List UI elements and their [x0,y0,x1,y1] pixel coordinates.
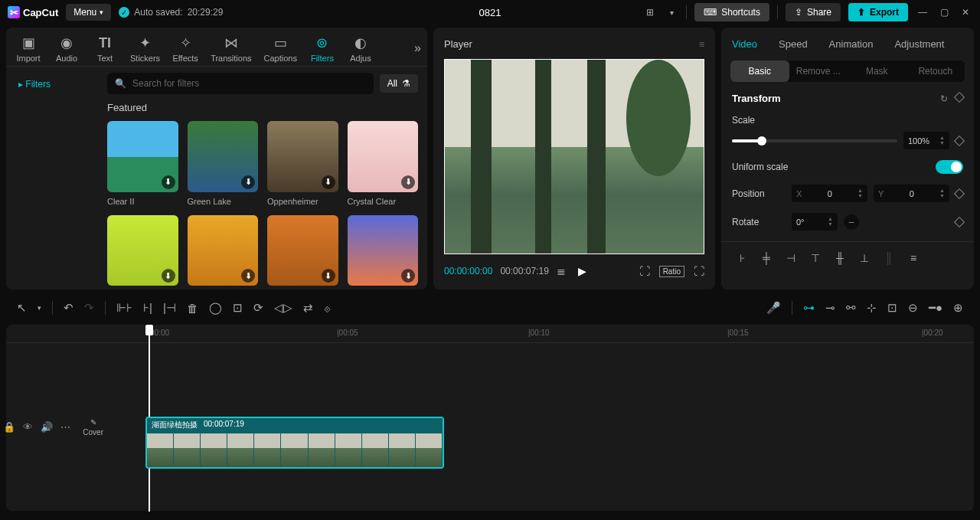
download-icon[interactable]: ⬇ [401,175,415,189]
filter-item[interactable]: ⬇ [188,215,259,286]
lock-icon[interactable]: 🔒 [3,421,15,433]
zoom-out-icon[interactable]: ⊖ [908,301,918,315]
align-center-v-icon[interactable]: ╫ [830,248,850,268]
stepper-icon[interactable]: ▲▼ [939,136,945,146]
download-icon[interactable]: ⬇ [241,269,255,283]
trim-right-tool[interactable]: |⊣ [163,301,176,315]
align-right-icon[interactable]: ⊣ [781,248,801,268]
timeline-tracks[interactable]: 湖面绿植拍摄 00:00:07:19 [109,343,974,511]
mark-tool[interactable]: ◯ [209,301,222,315]
align-bottom-icon[interactable]: ⊥ [854,248,874,268]
timeline-ruler[interactable]: 00:00 |00:05 |00:10 |00:15 |00:20 [6,325,974,343]
volume-icon[interactable]: 🔊 [41,421,53,433]
pos-y-input[interactable]: Y 0 ▲▼ [874,185,949,202]
filter-item[interactable]: ⬇ Crystal Clear [348,121,419,206]
tab-filters[interactable]: ⊚Filters [303,32,341,66]
layout-icon[interactable]: ⊞ [643,5,657,19]
tab-adjustment[interactable]: ◐Adjus [341,32,380,66]
rotate-input[interactable]: 0° ▲▼ [792,213,838,231]
mic-icon[interactable]: 🎤 [766,301,781,315]
subtab-remove[interactable]: Remove ... [789,61,848,82]
ratio-button[interactable]: Ratio [659,266,684,277]
trim-left-tool[interactable]: ⊦| [143,301,152,315]
tab-video[interactable]: Video [721,28,768,61]
tab-stickers[interactable]: ✦Stickers [124,32,166,66]
undo-button[interactable]: ↶ [64,301,74,315]
video-clip[interactable]: 湖面绿植拍摄 00:00:07:19 [145,417,444,469]
filters-category[interactable]: ▸ Filters [12,74,92,94]
all-filter-button[interactable]: All ⚗ [380,74,418,93]
scale-value-input[interactable]: 100% ▲▼ [903,132,949,149]
keyframe-icon[interactable] [954,188,965,198]
subtab-retouch[interactable]: Retouch [906,61,965,82]
filter-item[interactable]: ⬇ Oppenheimer [267,121,338,206]
keyframe-icon[interactable] [954,91,965,102]
tab-transitions[interactable]: ⋈Transitions [204,32,257,66]
mirror-tool[interactable]: ◁▷ [274,301,292,315]
shortcuts-button[interactable]: ⌨ Shortcuts [694,3,769,21]
player-canvas[interactable] [444,59,704,254]
scale-slider[interactable] [732,139,897,142]
download-icon[interactable]: ⬇ [162,269,175,283]
search-input[interactable]: 🔍 Search for filters [107,73,374,94]
export-button[interactable]: ⬆ Export [848,3,908,21]
zoom-slider[interactable]: ━● [929,301,942,315]
tab-animation[interactable]: Animation [818,28,884,61]
minimize-button[interactable]: — [916,5,929,19]
preview-icon[interactable]: ⊡ [887,301,897,315]
download-icon[interactable]: ⬇ [401,269,415,283]
download-icon[interactable]: ⬇ [241,175,255,189]
download-icon[interactable]: ⬇ [162,175,175,189]
filter-item[interactable]: ⬇ Clear II [107,121,178,206]
menu-button[interactable]: Menu ▾ [66,4,111,21]
filter-item[interactable]: ⬇ [267,215,338,286]
filter-item[interactable]: ⬇ [107,215,178,286]
filter-item[interactable]: ⬇ Green Lake [188,121,259,206]
tab-speed[interactable]: Speed [768,28,818,61]
uniform-scale-toggle[interactable] [936,160,963,174]
align-top-icon[interactable]: ⊤ [805,248,825,268]
tab-effects[interactable]: ✧Effects [166,32,204,66]
chevron-down-icon[interactable]: ▾ [665,5,678,19]
swap-tool[interactable]: ⇄ [303,301,313,315]
crop-tool[interactable]: ⟐ [324,302,331,315]
link-toggle[interactable]: ⊸ [825,301,835,315]
stepper-icon[interactable]: ▲▼ [939,188,945,198]
ripple-icon[interactable]: ⊹ [867,301,877,315]
tab-audio[interactable]: ◉Audio [47,32,86,66]
play-button[interactable]: ▶ [578,265,586,277]
keyframe-icon[interactable] [954,216,965,227]
tab-captions[interactable]: ▭Captions [258,32,303,66]
eye-icon[interactable]: 👁 [23,421,33,433]
align-center-h-icon[interactable]: ╪ [756,248,776,268]
download-icon[interactable]: ⬇ [322,175,335,189]
more-tabs-button[interactable]: » [414,41,421,55]
more-icon[interactable]: ≡ [903,248,923,268]
chain-icon[interactable]: ⚯ [846,301,856,315]
snap-toggle[interactable]: ⊶ [803,301,815,315]
maximize-button[interactable]: ▢ [937,5,951,19]
delete-tool[interactable]: 🗑 [187,302,198,315]
chevron-down-icon[interactable]: ▾ [38,304,41,312]
zoom-in-icon[interactable]: ⊕ [953,301,963,315]
close-button[interactable]: ✕ [959,5,972,19]
align-left-icon[interactable]: ⊦ [732,248,752,268]
download-icon[interactable]: ⬇ [322,269,335,283]
rotate-tool[interactable]: ⟳ [253,301,263,315]
more-icon[interactable]: ⋯ [60,421,70,433]
stepper-icon[interactable]: ▲▼ [828,217,833,227]
tab-text[interactable]: TIText [86,32,124,66]
split-tool[interactable]: ⊩⊦ [116,301,132,315]
pos-x-input[interactable]: X 0 ▲▼ [792,185,867,202]
playhead-handle[interactable] [145,325,153,335]
reset-icon[interactable]: ↻ [940,93,948,104]
duplicate-tool[interactable]: ⊡ [233,301,243,315]
select-tool[interactable]: ↖ [17,301,27,315]
filter-item[interactable]: ⬇ [348,215,419,286]
subtab-basic[interactable]: Basic [730,61,789,82]
scan-icon[interactable]: ⛶ [639,265,650,277]
share-button[interactable]: ⇪ Share [786,3,841,21]
fullscreen-icon[interactable]: ⛶ [694,265,704,277]
subtab-mask[interactable]: Mask [848,61,906,82]
mirror-button[interactable]: – [844,214,859,230]
